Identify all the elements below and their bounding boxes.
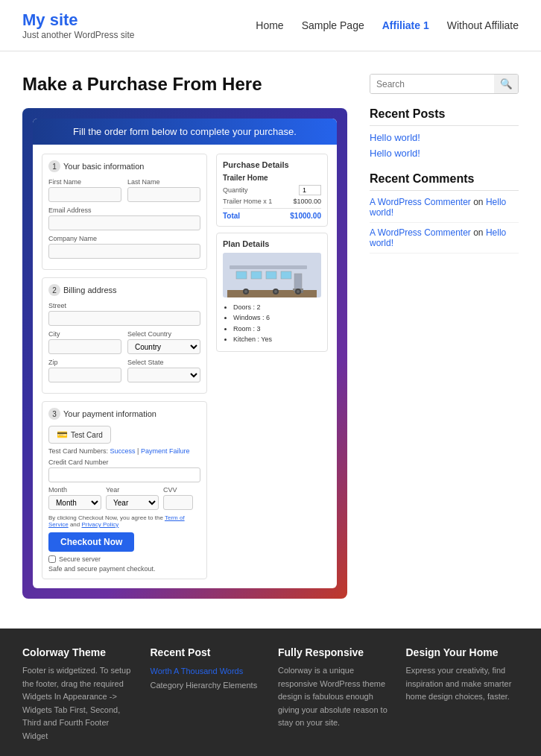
recent-comments-title: Recent Comments <box>370 172 519 191</box>
city-label: City <box>48 330 121 338</box>
purchase-details-title: Purchase Details <box>223 160 321 169</box>
country-select[interactable]: Country <box>127 339 200 354</box>
last-name-label: Last Name <box>127 178 200 186</box>
footer-col-3-title: Fully Responsive <box>278 646 391 658</box>
feature-doors: Doors : 2 <box>233 302 321 312</box>
cc-number-input[interactable] <box>48 467 200 482</box>
comment-2: A WordPress Commenter on Hello world! <box>370 227 519 253</box>
svg-rect-3 <box>236 271 247 279</box>
trailer-svg <box>223 253 321 297</box>
billing-title: 2 Billing address <box>48 284 200 296</box>
comment-author-1[interactable]: A WordPress Commenter <box>370 197 471 207</box>
svg-rect-2 <box>230 265 307 269</box>
section-num-3: 3 <box>48 408 60 420</box>
footer-recent-post-link[interactable]: Worth A Thousand Words <box>151 667 244 675</box>
test-card-button[interactable]: 💳 Test Card <box>48 426 111 444</box>
search-input[interactable] <box>370 75 494 93</box>
site-title: My site <box>22 10 135 30</box>
credit-card-icon: 💳 <box>57 429 68 440</box>
footer-col-2-title: Recent Post <box>151 646 264 658</box>
state-select[interactable] <box>127 368 200 382</box>
line-item-price: $1000.00 <box>293 198 321 205</box>
footer-col-4-text: Express your creativity, find inspiratio… <box>406 664 519 704</box>
page-title: Make a Purchase From Here <box>22 74 347 95</box>
footer-grid: Colorway Theme Footer is widgetized. To … <box>22 646 519 756</box>
country-label: Select Country <box>127 330 200 338</box>
main-nav: Home Sample Page Affiliate 1 Without Aff… <box>256 19 519 31</box>
city-input[interactable] <box>48 339 121 354</box>
total-value: $1000.00 <box>290 212 321 220</box>
nav-affiliate1[interactable]: Affiliate 1 <box>382 19 429 31</box>
svg-rect-6 <box>281 271 291 279</box>
success-link[interactable]: Success <box>110 447 136 455</box>
nav-sample-page[interactable]: Sample Page <box>302 19 364 31</box>
quantity-row: Quantity <box>223 185 321 195</box>
year-select[interactable]: Year <box>106 495 159 510</box>
terms-text: By clicking Checkout Now, you agree to t… <box>48 514 200 528</box>
footer-col-3: Fully Responsive Colorway is a unique re… <box>278 646 391 743</box>
comment-author-2[interactable]: A WordPress Commenter <box>370 227 471 238</box>
payment-section: 3 Your payment information 💳 Test Card T… <box>42 401 207 579</box>
month-select[interactable]: Month <box>48 495 101 510</box>
company-input[interactable] <box>48 244 200 259</box>
nav-home[interactable]: Home <box>256 19 283 31</box>
search-box: 🔍 <box>370 74 519 94</box>
secure-checkbox[interactable] <box>48 555 56 563</box>
footer-col-4: Design Your Home Express your creativity… <box>406 646 519 743</box>
plan-details-box: Plan Details <box>216 233 328 352</box>
form-body: 1 Your basic information First Name Last… <box>33 145 337 588</box>
feature-windows: Windows : 6 <box>233 312 321 323</box>
state-label: Select State <box>127 359 200 366</box>
safe-text: Safe and secure payment checkout. <box>48 565 200 573</box>
comment-1: A WordPress Commenter on Hello world! <box>370 197 519 223</box>
purchase-inner: Fill the order form below to complete yo… <box>33 119 337 588</box>
recent-comments-section: Recent Comments A WordPress Commenter on… <box>370 172 519 253</box>
purchase-container: Fill the order form below to complete yo… <box>22 108 347 599</box>
form-left: 1 Your basic information First Name Last… <box>42 154 207 579</box>
section-num-2: 2 <box>48 284 60 296</box>
quantity-input[interactable] <box>299 185 321 195</box>
plan-features: Doors : 2 Windows : 6 Room : 3 Kitchen :… <box>223 302 321 345</box>
last-name-input[interactable] <box>127 187 200 202</box>
main-content: Make a Purchase From Here Fill the order… <box>0 51 541 621</box>
footer-col-2-text2: Category Hierarchy Elements <box>151 679 264 693</box>
svg-point-11 <box>244 290 247 293</box>
plan-image <box>223 253 321 297</box>
secure-row: Secure server <box>48 555 200 563</box>
site-branding: My site Just another WordPress site <box>22 10 135 40</box>
search-button[interactable]: 🔍 <box>494 75 519 93</box>
footer-col-1: Colorway Theme Footer is widgetized. To … <box>22 646 136 743</box>
failure-link[interactable]: Payment Failure <box>141 447 190 455</box>
site-footer: Colorway Theme Footer is widgetized. To … <box>0 629 541 756</box>
basic-info-title: 1 Your basic information <box>48 160 200 172</box>
payment-title: 3 Your payment information <box>48 408 200 420</box>
billing-section: 2 Billing address Street <box>42 277 207 394</box>
cvv-input[interactable] <box>163 495 193 510</box>
plan-details-title: Plan Details <box>223 239 321 248</box>
street-label: Street <box>48 302 200 309</box>
recent-posts-title: Recent Posts <box>370 107 519 126</box>
basic-info-section: 1 Your basic information First Name Last… <box>42 154 207 270</box>
form-right: Purchase Details Trailer Home Quantity T… <box>216 154 328 579</box>
content-area: Make a Purchase From Here Fill the order… <box>22 74 347 599</box>
footer-col-4-title: Design Your Home <box>406 646 519 658</box>
checkout-button[interactable]: Checkout Now <box>48 532 134 552</box>
recent-post-2[interactable]: Hello world! <box>370 148 519 159</box>
privacy-link[interactable]: Privacy Policy <box>82 521 119 528</box>
footer-col-1-text: Footer is widgetized. To setup the foote… <box>22 664 136 743</box>
svg-rect-5 <box>266 271 276 279</box>
item-name: Trailer Home <box>223 174 321 182</box>
first-name-input[interactable] <box>48 187 121 202</box>
zip-input[interactable] <box>48 368 121 382</box>
total-label: Total <box>223 212 240 220</box>
email-input[interactable] <box>48 215 200 230</box>
section-num-1: 1 <box>48 160 60 172</box>
first-name-label: First Name <box>48 178 121 186</box>
svg-rect-4 <box>251 271 262 279</box>
recent-post-1[interactable]: Hello world! <box>370 132 519 143</box>
footer-col-1-title: Colorway Theme <box>22 646 136 658</box>
zip-label: Zip <box>48 359 121 366</box>
nav-without-affiliate[interactable]: Without Affiliate <box>447 19 519 31</box>
test-card-info: Test Card Numbers: Success | Payment Fai… <box>48 447 200 455</box>
street-input[interactable] <box>48 311 200 326</box>
